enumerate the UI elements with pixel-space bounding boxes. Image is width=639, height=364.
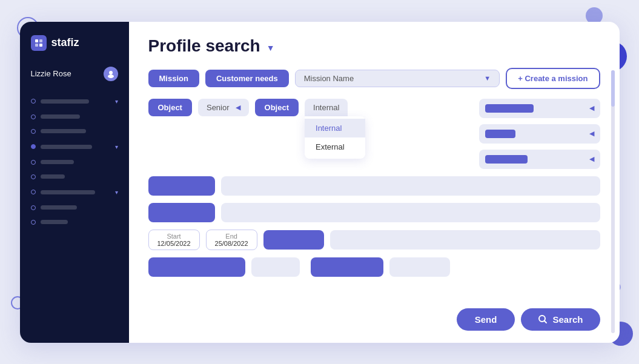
sidebar-item-4[interactable]: ▾ [20, 139, 129, 155]
right-bar-arrow-3: ◀ [589, 155, 594, 163]
form-row-1: Object Senior ◀ Object Internal Internal… [148, 99, 600, 169]
right-bar-arrow-1: ◀ [589, 104, 594, 112]
user-name: Lizzie Rose [31, 69, 71, 78]
internal-label: Internal [313, 103, 339, 112]
nav-bar-3 [41, 129, 86, 133]
nav-dot-2 [31, 114, 36, 119]
nav-arrow-1: ▾ [115, 98, 118, 105]
right-bar-2[interactable]: ◀ [479, 124, 600, 144]
search-icon [538, 314, 548, 324]
sidebar-item-2[interactable] [20, 110, 129, 124]
sidebar: stafiz Lizzie Rose ▾ [20, 22, 129, 343]
sidebar-item-9[interactable] [20, 215, 129, 230]
senior-arrow: ◀ [236, 104, 240, 111]
internal-select[interactable]: Internal [305, 99, 348, 116]
nav-bar-5 [41, 160, 74, 164]
scrollbar[interactable] [611, 70, 615, 333]
end-label: End [215, 233, 248, 240]
right-bar-fill-3 [485, 155, 528, 164]
nav-dot-3 [31, 129, 36, 134]
avatar [104, 67, 118, 81]
light-bar-1 [221, 176, 600, 196]
scrollbar-thumb [611, 70, 615, 107]
nav-arrow-7: ▾ [115, 189, 118, 196]
mission-filter-btn[interactable]: Mission [148, 70, 199, 87]
external-option[interactable]: External [305, 137, 365, 156]
svg-line-7 [545, 321, 547, 323]
svg-point-5 [108, 74, 114, 78]
page-title: Profile search [148, 36, 260, 56]
form-row-4: Start 12/05/2022 End 25/08/2022 [148, 230, 600, 250]
mission-name-label: Mission Name [304, 74, 354, 83]
sidebar-item-6[interactable] [20, 170, 129, 184]
light-bar-2 [221, 203, 600, 222]
mission-name-select[interactable]: Mission Name ▼ [295, 70, 500, 87]
dropdown-menu: Internal External [305, 116, 365, 159]
filter-row: Mission Customer needs Mission Name ▼ + … [148, 68, 600, 89]
nav-dot-6 [31, 174, 36, 179]
form-row-2 [148, 176, 600, 196]
customer-needs-filter-btn[interactable]: Customer needs [205, 70, 289, 87]
sidebar-item-7[interactable]: ▾ [20, 184, 129, 200]
nav-dot-4 [31, 144, 36, 149]
form-row-3 [148, 203, 600, 222]
svg-rect-2 [35, 44, 38, 47]
blue-bar-2 [148, 203, 215, 222]
start-value: 12/05/2022 [157, 240, 191, 247]
right-bar-1[interactable]: ◀ [479, 99, 600, 118]
form-row-5 [148, 257, 600, 277]
light-bar-5 [389, 257, 450, 277]
nav-bar-4 [41, 145, 92, 149]
blue-bar-5 [311, 257, 383, 277]
internal-option[interactable]: Internal [305, 119, 365, 137]
start-date-field[interactable]: Start 12/05/2022 [148, 230, 200, 250]
right-bar-fill-1 [485, 104, 534, 113]
nav-dot-5 [31, 160, 36, 165]
search-btn-label: Search [552, 314, 583, 325]
nav-bar-7 [41, 190, 95, 194]
nav-arrow-4: ▾ [115, 144, 118, 150]
nav-bar-6 [41, 174, 65, 179]
create-mission-btn[interactable]: + Create a mission [506, 68, 600, 89]
internal-external-dropdown[interactable]: Internal Internal External [305, 99, 348, 116]
senior-select[interactable]: Senior ◀ [198, 99, 249, 116]
right-bar-3[interactable]: ◀ [479, 150, 600, 169]
sidebar-item-8[interactable] [20, 200, 129, 215]
nav-dot-9 [31, 220, 36, 225]
sidebar-item-3[interactable] [20, 124, 129, 139]
senior-label: Senior [207, 103, 230, 112]
light-bar-4 [251, 257, 300, 277]
bottom-actions: Send Search [148, 303, 600, 331]
logo-text: stafiz [51, 36, 79, 49]
object-btn-1[interactable]: Object [148, 99, 192, 116]
search-button[interactable]: Search [521, 308, 600, 331]
nav-bar-8 [41, 205, 77, 210]
nav-bar-9 [41, 220, 68, 224]
page-header: Profile search ▼ [148, 36, 600, 56]
sidebar-logo: stafiz [20, 22, 129, 62]
right-bar-fill-2 [485, 130, 515, 138]
nav-bar-2 [41, 114, 80, 119]
title-dropdown-arrow[interactable]: ▼ [267, 43, 275, 53]
svg-rect-0 [35, 39, 38, 42]
sidebar-item-1[interactable]: ▾ [20, 93, 129, 110]
right-bars-col1: ◀ ◀ ◀ [479, 99, 600, 169]
send-button[interactable]: Send [457, 308, 515, 331]
nav-bar-1 [41, 99, 89, 104]
nav-dot-8 [31, 205, 36, 210]
right-bar-arrow-2: ◀ [589, 130, 594, 137]
app-container: stafiz Lizzie Rose ▾ [20, 22, 620, 343]
svg-rect-1 [39, 39, 42, 42]
object-btn-2[interactable]: Object [255, 99, 299, 116]
blue-bar-1 [148, 176, 215, 196]
end-date-field[interactable]: End 25/08/2022 [206, 230, 257, 250]
blue-bar-3 [263, 230, 324, 250]
sidebar-nav: ▾ ▾ [20, 91, 129, 343]
sidebar-item-5[interactable] [20, 155, 129, 170]
svg-point-4 [109, 71, 113, 74]
light-bar-3 [330, 230, 600, 250]
main-content: Profile search ▼ Mission Customer needs … [129, 22, 620, 343]
sidebar-user: Lizzie Rose [20, 62, 129, 91]
end-value: 25/08/2022 [215, 240, 248, 247]
logo-icon [31, 35, 47, 51]
